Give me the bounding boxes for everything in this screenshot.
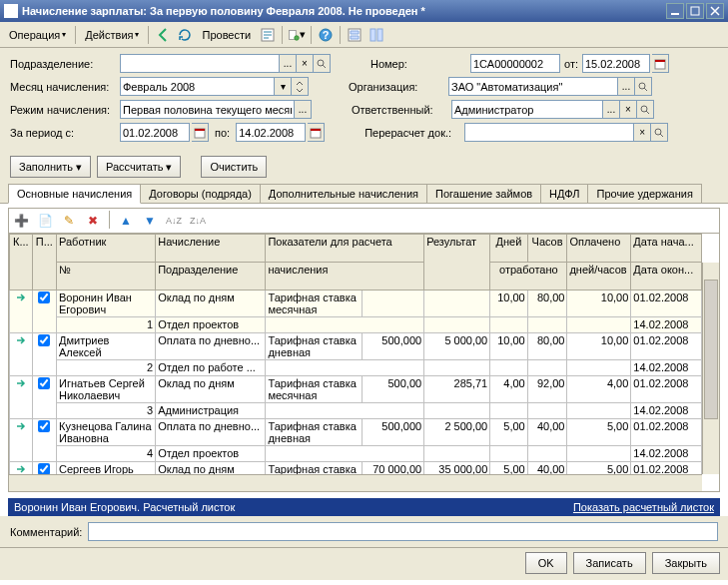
row-checkbox[interactable] xyxy=(38,377,50,389)
org-select-btn[interactable]: ... xyxy=(618,77,635,96)
col-employee[interactable]: Работник xyxy=(57,235,156,263)
back-icon[interactable] xyxy=(153,25,173,45)
payslip-bar: Воронин Иван Егорович. Расчетный листок … xyxy=(8,498,720,516)
grid-insert-icon[interactable]: 📄 xyxy=(35,211,55,231)
department-select-btn[interactable]: ... xyxy=(280,54,297,73)
period-from-cal[interactable] xyxy=(192,123,209,142)
help-icon[interactable]: ? xyxy=(316,25,336,45)
show-payslip-link[interactable]: Показать расчетный листок xyxy=(573,501,714,513)
table-row[interactable]: Воронин Иван ЕгоровичОклад по днямТарифн… xyxy=(10,291,702,317)
org-input[interactable] xyxy=(448,77,618,96)
horizontal-scrollbar[interactable] xyxy=(9,474,702,491)
col-date-to[interactable]: Дата окон... xyxy=(631,263,702,291)
tab-ndfl[interactable]: НДФЛ xyxy=(540,184,588,203)
col-accrual[interactable]: Начисление xyxy=(156,235,266,263)
clear-button[interactable]: Очистить xyxy=(201,156,267,178)
refresh-icon[interactable] xyxy=(175,25,195,45)
col-hours[interactable]: Часов xyxy=(527,235,567,263)
col-indic2[interactable]: начисления xyxy=(266,263,424,291)
table-row[interactable]: 2Отдел по работе ...14.02.2008 xyxy=(10,360,702,376)
date-input[interactable] xyxy=(582,54,650,73)
tab-main-accruals[interactable]: Основные начисления xyxy=(8,184,141,204)
table-row[interactable]: Игнатьев Сергей НиколаевичОклад по днямТ… xyxy=(10,376,702,403)
minimize-button[interactable] xyxy=(666,3,684,19)
period-from-input[interactable] xyxy=(120,123,190,142)
month-spin-btn[interactable] xyxy=(292,77,309,96)
post-button[interactable]: Провести xyxy=(197,26,256,44)
row-checkbox[interactable] xyxy=(38,292,50,303)
tb-icon-4[interactable] xyxy=(366,25,386,45)
resp-clear-btn[interactable]: × xyxy=(620,100,637,119)
table-row[interactable]: 3Администрация14.02.2008 xyxy=(10,403,702,419)
responsible-input[interactable] xyxy=(451,100,603,119)
table-row[interactable]: 1Отдел проектов14.02.2008 xyxy=(10,317,702,333)
resp-open-btn[interactable] xyxy=(637,100,654,119)
grid-movedown-icon[interactable]: ▼ xyxy=(140,211,160,231)
tb-icon-2[interactable]: ▾ xyxy=(287,25,307,45)
svg-rect-17 xyxy=(311,129,321,131)
grid-sort-asc-icon[interactable]: A↓Z xyxy=(164,211,184,231)
col-date-from[interactable]: Дата нача... xyxy=(631,235,702,263)
tab-other-deductions[interactable]: Прочие удержания xyxy=(587,184,701,203)
col-paid[interactable]: Оплачено xyxy=(567,235,631,263)
col-result[interactable]: Результат xyxy=(424,235,490,291)
data-grid[interactable]: К... П... Работник Начисление Показатели… xyxy=(8,233,720,492)
tab-contracts[interactable]: Договоры (подряда) xyxy=(140,184,261,203)
col-paid2[interactable]: дней/часов xyxy=(567,263,631,291)
menu-actions[interactable]: Действия▾ xyxy=(80,26,144,44)
calculate-button[interactable]: Рассчитать▾ xyxy=(97,156,181,178)
number-input[interactable] xyxy=(470,54,560,73)
row-checkbox[interactable] xyxy=(38,420,50,432)
grid-moveup-icon[interactable]: ▲ xyxy=(116,211,136,231)
grid-edit-icon[interactable]: ✎ xyxy=(59,211,79,231)
fill-button[interactable]: Заполнить▾ xyxy=(10,156,91,178)
row-arrow-icon xyxy=(15,422,27,434)
vertical-scrollbar[interactable] xyxy=(702,263,719,474)
col-no[interactable]: № xyxy=(57,263,156,291)
org-open-btn[interactable] xyxy=(635,77,652,96)
mode-select-btn[interactable]: ... xyxy=(295,100,312,119)
table-row[interactable]: Кузнецова Галина ИвановнаОплата по дневн… xyxy=(10,419,702,446)
recalc-clear-btn[interactable]: × xyxy=(634,123,651,142)
close-form-button[interactable]: Закрыть xyxy=(652,552,720,574)
month-down-btn[interactable]: ▾ xyxy=(275,77,292,96)
mode-input[interactable] xyxy=(120,100,295,119)
col-worked[interactable]: отработано xyxy=(490,263,567,291)
month-input[interactable] xyxy=(120,77,275,96)
label-period: За период с: xyxy=(10,127,120,139)
date-picker-btn[interactable] xyxy=(652,54,669,73)
period-to-cal[interactable] xyxy=(308,123,325,142)
recalc-input[interactable] xyxy=(464,123,634,142)
department-clear-btn[interactable]: × xyxy=(297,54,314,73)
col-days[interactable]: Дней xyxy=(490,235,527,263)
col-check[interactable]: П... xyxy=(32,235,56,291)
menu-operation[interactable]: Операция▾ xyxy=(4,26,71,44)
department-input[interactable] xyxy=(120,54,280,73)
label-responsible: Ответственный: xyxy=(352,104,451,116)
recalc-open-btn[interactable] xyxy=(651,123,668,142)
resp-select-btn[interactable]: ... xyxy=(603,100,620,119)
write-button[interactable]: Записать xyxy=(573,552,646,574)
tab-loans[interactable]: Погашение займов xyxy=(426,184,541,203)
maximize-button[interactable] xyxy=(686,3,704,19)
label-department: Подразделение: xyxy=(10,58,120,70)
close-button[interactable] xyxy=(706,3,724,19)
department-open-btn[interactable] xyxy=(314,54,331,73)
row-checkbox[interactable] xyxy=(38,334,50,346)
col-dept[interactable]: Подразделение xyxy=(156,263,266,291)
comment-input[interactable] xyxy=(88,522,718,541)
grid-toolbar: ➕ 📄 ✎ ✖ ▲ ▼ A↓Z Z↓A xyxy=(8,208,720,233)
col-mark[interactable]: К... xyxy=(10,235,33,291)
grid-sort-desc-icon[interactable]: Z↓A xyxy=(188,211,208,231)
table-row[interactable]: 4Отдел проектов14.02.2008 xyxy=(10,446,702,462)
grid-add-icon[interactable]: ➕ xyxy=(11,211,31,231)
period-to-input[interactable] xyxy=(236,123,306,142)
grid-delete-icon[interactable]: ✖ xyxy=(83,211,103,231)
col-indicators[interactable]: Показатели для расчета xyxy=(266,235,424,263)
label-period-to: по: xyxy=(215,127,230,139)
table-row[interactable]: Дмитриев АлексейОплата по дневно...Тариф… xyxy=(10,333,702,360)
tab-additional[interactable]: Дополнительные начисления xyxy=(260,184,427,203)
tb-icon-3[interactable] xyxy=(345,25,364,45)
tb-icon-1[interactable] xyxy=(258,25,278,45)
ok-button[interactable]: OK xyxy=(525,552,567,574)
